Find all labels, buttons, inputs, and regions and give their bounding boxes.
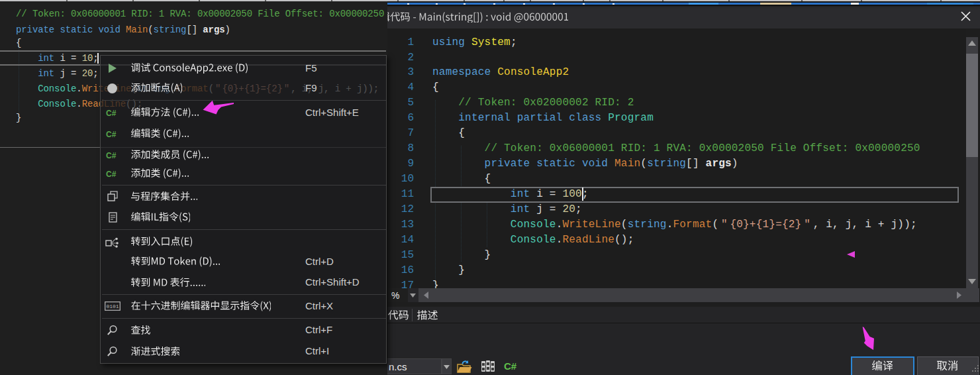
svg-text:0101: 0101 xyxy=(106,303,119,309)
